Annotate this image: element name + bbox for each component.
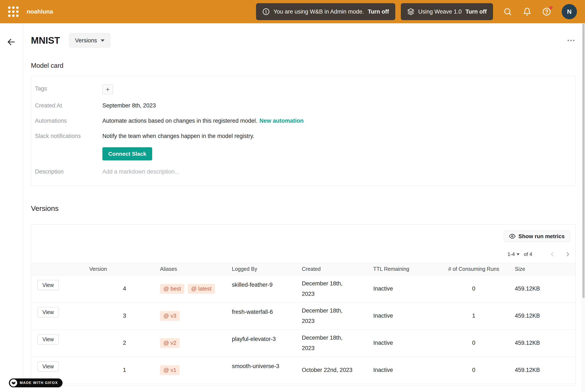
tags-value: + [102, 84, 569, 94]
slack-notifications-label: Slack notifications [35, 132, 102, 140]
column-header-consuming-runs: # of Consuming Runs [438, 263, 510, 275]
page-total-label: of 4 [524, 251, 532, 257]
column-header-aliases: Aliases [128, 263, 228, 275]
show-run-metrics-button[interactable]: Show run metrics [504, 230, 570, 242]
table-row: View 3 @ v3 fresh-waterfall-6 December 1… [31, 302, 576, 330]
wandb-logo-icon[interactable] [8, 6, 19, 17]
connect-slack-button[interactable]: Connect Slack [102, 147, 152, 160]
column-header-logged-by: Logged By [228, 263, 298, 275]
artifact-size: 459.12KB [510, 330, 576, 356]
weave-turn-off-button[interactable]: Turn off [466, 8, 487, 15]
user-avatar[interactable]: N [562, 4, 577, 19]
overflow-menu-icon[interactable] [566, 36, 576, 45]
created-at-value: September 8th, 2023 [102, 102, 569, 110]
description-placeholder[interactable]: Add a markdown description... [102, 168, 569, 176]
layers-icon [407, 8, 414, 15]
page-range-dropdown[interactable]: 1-4 [508, 251, 520, 257]
scrollbar-track[interactable] [582, 23, 585, 392]
alias-tag[interactable]: @ v1 [160, 365, 180, 375]
artifact-size: 459.12KB [510, 275, 576, 302]
slack-notifications-text: Notify the team when changes happen in t… [102, 132, 569, 140]
created-date: December 18th, 2023 [298, 275, 368, 302]
view-button[interactable]: View [38, 280, 59, 290]
column-header-created: Created [298, 263, 368, 275]
admin-mode-text: You are using W&B in Admin mode. [274, 8, 364, 15]
back-arrow-icon[interactable] [6, 37, 17, 47]
left-rail [0, 23, 23, 392]
add-tag-button[interactable]: + [102, 84, 113, 94]
model-card-panel: Tags + Created At September 8th, 2023 Au… [31, 76, 576, 186]
help-icon[interactable] [542, 7, 552, 16]
new-automation-link[interactable]: New automation [260, 118, 304, 124]
ttl-remaining: Inactive [368, 356, 438, 384]
entity-name[interactable]: noahluna [27, 8, 53, 15]
admin-turn-off-button[interactable]: Turn off [368, 8, 389, 15]
page-body: MNIST Versions Model card Tags + Created… [0, 23, 585, 392]
notification-dot [550, 6, 552, 9]
consuming-runs-count: 1 [438, 302, 510, 330]
version-number: 1 [68, 356, 128, 384]
main-content: MNIST Versions Model card Tags + Created… [23, 23, 585, 392]
search-icon[interactable] [503, 7, 512, 16]
view-button[interactable]: View [38, 361, 59, 372]
notifications-bell-icon[interactable] [522, 7, 532, 16]
ttl-remaining: Inactive [368, 275, 438, 302]
logged-by-run-link[interactable]: playful-elevator-3 [228, 330, 298, 356]
next-page-icon[interactable] [564, 251, 571, 258]
logged-by-run-link[interactable]: fresh-waterfall-6 [228, 302, 298, 330]
created-date: December 18th, 2023 [298, 330, 368, 356]
fox-icon [10, 379, 17, 386]
automations-label: Automations [35, 117, 102, 124]
table-row: View 4 @ best@ latest skilled-feather-9 … [31, 275, 576, 302]
ttl-remaining: Inactive [368, 302, 438, 330]
created-date: December 18th, 2023 [298, 302, 368, 330]
gifox-badge-label: MADE WITH GIFOX [20, 381, 58, 385]
description-label: Description [35, 168, 102, 175]
gifox-badge[interactable]: MADE WITH GIFOX [9, 378, 62, 387]
versions-dropdown[interactable]: Versions [69, 34, 110, 48]
previous-page-icon[interactable] [549, 251, 556, 258]
alias-tag[interactable]: @ best [160, 284, 184, 294]
consuming-runs-count: 0 [438, 356, 510, 384]
topbar: noahluna You are using W&B in Admin mode… [0, 0, 585, 23]
weave-banner: Using Weave 1.0 Turn off [401, 3, 493, 20]
versions-table-panel: Show run metrics 1-4 of 4 [31, 224, 576, 386]
tags-label: Tags [35, 84, 102, 92]
alias-tag[interactable]: @ v2 [160, 338, 180, 348]
logged-by-run-link[interactable]: skilled-feather-9 [228, 275, 298, 302]
artifact-size: 459.12KB [510, 356, 576, 384]
view-button[interactable]: View [38, 334, 59, 344]
versions-dropdown-label: Versions [75, 37, 97, 44]
page-range-value: 1-4 [508, 251, 515, 257]
automations-text: Automate actions based on changes in thi… [102, 118, 257, 124]
version-number: 3 [68, 302, 128, 330]
logged-by-run-link[interactable]: smooth-universe-3 [228, 356, 298, 384]
table-toolbar: Show run metrics [31, 224, 576, 242]
model-card-section-title: Model card [31, 62, 576, 70]
aliases-cell: @ v1 [128, 356, 228, 384]
consuming-runs-count: 0 [438, 275, 510, 302]
show-run-metrics-label: Show run metrics [518, 233, 565, 240]
view-button[interactable]: View [38, 307, 59, 317]
automations-value: Automate actions based on changes in thi… [102, 117, 569, 125]
chevron-down-icon [516, 254, 520, 255]
weave-text: Using Weave 1.0 [418, 8, 462, 15]
aliases-cell: @ best@ latest [128, 275, 228, 302]
pagination: 1-4 of 4 [31, 251, 571, 258]
alert-circle-icon [262, 8, 270, 15]
created-at-label: Created At [35, 102, 102, 109]
column-header-ttl: TTL Remaining [368, 263, 438, 275]
table-header-row: Version Aliases Logged By Created TTL Re… [31, 263, 576, 275]
scrollbar-thumb[interactable] [582, 24, 584, 298]
artifact-size: 459.12KB [510, 302, 576, 330]
admin-mode-banner: You are using W&B in Admin mode. Turn of… [256, 3, 395, 20]
versions-section-title: Versions [31, 204, 576, 212]
alias-tag[interactable]: @ v3 [160, 311, 180, 321]
aliases-cell: @ v2 [128, 330, 228, 356]
column-header-view [31, 263, 68, 275]
eye-icon [509, 233, 516, 240]
alias-tag[interactable]: @ latest [188, 284, 215, 294]
page-header: MNIST Versions [31, 34, 576, 48]
column-header-size: Size [510, 263, 576, 275]
column-header-version: Version [68, 263, 128, 275]
